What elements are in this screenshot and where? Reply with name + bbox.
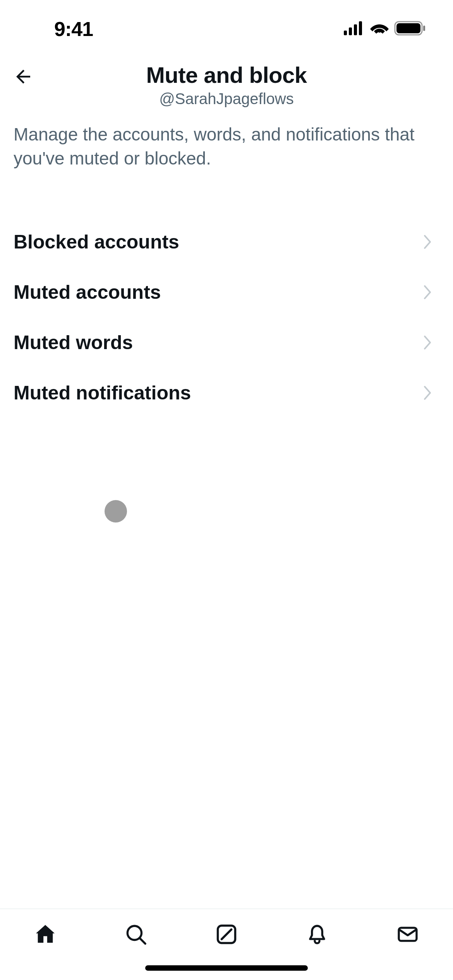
status-bar: 9:41 [0,0,453,50]
settings-item-muted-accounts[interactable]: Muted accounts [0,267,453,317]
nav-home[interactable] [32,921,59,948]
nav-notifications[interactable] [304,921,331,948]
chevron-right-icon [420,335,436,350]
svg-line-10 [222,930,232,939]
svg-rect-5 [396,23,420,33]
bell-icon [306,923,328,946]
page-subtitle: @SarahJpageflows [159,90,293,108]
svg-line-8 [140,938,146,944]
envelope-icon [396,923,419,946]
settings-list: Blocked accounts Muted accounts Muted wo… [0,186,453,418]
search-icon [125,923,147,946]
chevron-right-icon [420,284,436,300]
status-time: 9:41 [54,17,93,41]
settings-item-blocked-accounts[interactable]: Blocked accounts [0,217,453,267]
settings-item-muted-notifications[interactable]: Muted notifications [0,368,453,418]
chevron-right-icon [420,385,436,401]
svg-rect-1 [349,27,352,35]
cellular-signal-icon [344,21,365,37]
settings-label: Blocked accounts [14,231,179,253]
svg-rect-6 [423,26,425,31]
page-title: Mute and block [146,62,307,88]
nav-compose[interactable] [213,921,240,948]
settings-label: Muted words [14,331,133,354]
settings-label: Muted accounts [14,281,161,303]
battery-icon [394,21,426,37]
wifi-icon [370,21,389,37]
home-icon [34,923,57,946]
chevron-right-icon [420,234,436,250]
header: Mute and block @SarahJpageflows [0,50,453,111]
nav-search[interactable] [122,921,149,948]
compose-icon [215,923,238,946]
back-button[interactable] [12,65,35,88]
touch-indicator [105,500,127,523]
nav-messages[interactable] [394,921,421,948]
status-icons [344,21,426,37]
svg-rect-3 [359,21,362,35]
settings-label: Muted notifications [14,382,191,404]
settings-item-muted-words[interactable]: Muted words [0,317,453,368]
bottom-nav [0,908,453,980]
svg-rect-0 [344,31,347,35]
page-description: Manage the accounts, words, and notifica… [0,111,453,186]
arrow-left-icon [13,66,34,87]
svg-rect-2 [354,24,357,35]
home-indicator[interactable] [145,965,308,971]
